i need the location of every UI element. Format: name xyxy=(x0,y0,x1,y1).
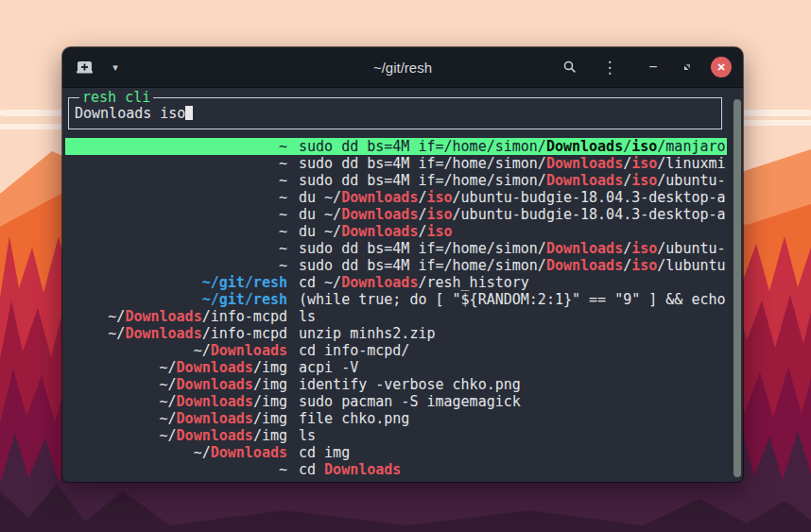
search-query-text: Downloads iso xyxy=(75,105,185,122)
row-command: sudo dd bs=4M if=/home/simon/Downloads/i… xyxy=(287,138,727,155)
row-command: du ~/Downloads/iso xyxy=(287,223,727,240)
new-tab-button[interactable] xyxy=(74,55,96,79)
row-cwd: ~ xyxy=(65,257,287,274)
row-command: sudo dd bs=4M if=/home/simon/Downloads/i… xyxy=(287,155,727,172)
row-cwd: ~/git/resh xyxy=(65,291,287,308)
row-command: cd Downloads xyxy=(287,461,727,478)
row-cwd: ~ xyxy=(65,172,287,189)
chevron-down-icon: ▾ xyxy=(112,61,118,74)
row-cwd: ~/Downloads/img xyxy=(65,393,287,410)
row-command: ls xyxy=(287,308,727,325)
history-row[interactable]: ~/git/resh(while true; do [ "${RANDOM:2:… xyxy=(65,291,727,308)
history-row[interactable]: ~sudo dd bs=4M if=/home/simon/Downloads/… xyxy=(65,257,727,274)
row-cwd: ~/Downloads/img xyxy=(65,376,287,393)
row-command: sudo dd bs=4M if=/home/simon/Downloads/i… xyxy=(287,172,727,189)
history-row[interactable]: ~sudo dd bs=4M if=/home/simon/Downloads/… xyxy=(65,172,727,189)
row-command: cd img xyxy=(287,444,727,461)
row-cwd: ~/Downloads/img xyxy=(65,359,287,376)
row-command: acpi -V xyxy=(287,359,727,376)
history-list: ~sudo dd bs=4M if=/home/simon/Downloads/… xyxy=(65,138,727,478)
history-row[interactable]: ~/Downloads/info-mcpdls xyxy=(65,308,727,325)
row-cwd: ~/Downloads/img xyxy=(65,427,287,444)
history-row[interactable]: ~/Downloads/info-mcpdunzip minhs2.zip xyxy=(65,325,727,342)
row-cwd: ~/Downloads xyxy=(65,342,287,359)
row-command: sudo dd bs=4M if=/home/simon/Downloads/i… xyxy=(287,257,727,274)
row-command: cd ~/Downloads/resh_history xyxy=(287,274,727,291)
terminal-window: ▾ ~/git/resh ⋮ − xyxy=(62,47,743,482)
history-row[interactable]: ~du ~/Downloads/iso xyxy=(65,223,727,240)
row-cwd: ~ xyxy=(65,461,287,478)
row-cwd: ~ xyxy=(65,206,287,223)
row-cwd: ~/Downloads xyxy=(65,444,287,461)
scrollbar[interactable] xyxy=(733,99,741,487)
row-command: sudo pacman -S imagemagick xyxy=(287,393,727,410)
history-row[interactable]: ~/Downloads/imgls xyxy=(65,427,727,444)
history-row-selected[interactable]: ~sudo dd bs=4M if=/home/simon/Downloads/… xyxy=(65,138,727,155)
minimize-icon: − xyxy=(648,59,657,76)
close-icon: ✕ xyxy=(716,57,725,77)
history-row[interactable]: ~du ~/Downloads/iso/ubuntu-budgie-18.04.… xyxy=(65,206,727,223)
row-cwd: ~/Downloads/info-mcpd xyxy=(65,308,287,325)
history-row[interactable]: ~/Downloadscd img xyxy=(65,444,727,461)
history-row[interactable]: ~cd Downloads xyxy=(65,461,727,478)
row-cwd: ~ xyxy=(65,138,287,155)
row-command: du ~/Downloads/iso/ubuntu-budgie-18.04.3… xyxy=(287,206,727,223)
row-cwd: ~ xyxy=(65,155,287,172)
text-cursor xyxy=(185,106,193,120)
row-command: file chko.png xyxy=(287,410,727,427)
new-tab-icon xyxy=(76,60,95,75)
row-command: (while true; do [ "${RANDOM:2:1}" == "9"… xyxy=(287,291,727,308)
tab-dropdown-button[interactable]: ▾ xyxy=(104,55,127,79)
row-cwd: ~/Downloads/img xyxy=(65,410,287,427)
restore-button[interactable] xyxy=(676,55,699,79)
menu-button[interactable]: ⋮ xyxy=(598,55,621,79)
row-command: sudo dd bs=4M if=/home/simon/Downloads/i… xyxy=(287,240,727,257)
row-command: identify -verbose chko.png xyxy=(287,376,727,393)
search-button[interactable] xyxy=(559,55,581,79)
history-row[interactable]: ~du ~/Downloads/iso/ubuntu-budgie-18.04.… xyxy=(65,189,727,206)
row-cwd: ~/Downloads/info-mcpd xyxy=(65,325,287,342)
search-panel-title: resh cli xyxy=(79,89,153,107)
history-row[interactable]: ~sudo dd bs=4M if=/home/simon/Downloads/… xyxy=(65,155,727,172)
history-row[interactable]: ~/Downloads/imgfile chko.png xyxy=(65,410,727,427)
row-command: cd info-mcpd/ xyxy=(287,342,727,359)
kebab-menu-icon: ⋮ xyxy=(602,58,618,77)
scrollbar-thumb[interactable] xyxy=(733,99,741,477)
row-cwd: ~ xyxy=(65,189,287,206)
row-cwd: ~ xyxy=(65,223,287,240)
search-input[interactable]: Downloads iso xyxy=(69,98,721,122)
minimize-button[interactable]: − xyxy=(642,55,664,79)
history-row[interactable]: ~/git/reshcd ~/Downloads/resh_history xyxy=(65,274,727,291)
history-row[interactable]: ~/Downloadscd info-mcpd/ xyxy=(65,342,727,359)
search-icon xyxy=(562,60,578,75)
resh-search-panel[interactable]: resh cli Downloads iso xyxy=(68,97,722,129)
history-row[interactable]: ~/Downloads/imgsudo pacman -S imagemagic… xyxy=(65,393,727,410)
row-cwd: ~/git/resh xyxy=(65,274,287,291)
titlebar[interactable]: ▾ ~/git/resh ⋮ − xyxy=(62,47,743,88)
row-cwd: ~ xyxy=(65,240,287,257)
close-button[interactable]: ✕ xyxy=(711,57,732,77)
history-row[interactable]: ~/Downloads/imgacpi -V xyxy=(65,359,727,376)
history-row[interactable]: ~/Downloads/imgidentify -verbose chko.pn… xyxy=(65,376,727,393)
row-command: unzip minhs2.zip xyxy=(287,325,727,342)
history-row[interactable]: ~sudo dd bs=4M if=/home/simon/Downloads/… xyxy=(65,240,727,257)
row-command: ls xyxy=(287,427,727,444)
terminal-content: resh cli Downloads iso ~sudo dd bs=4M if… xyxy=(62,97,743,490)
row-command: du ~/Downloads/iso/ubuntu-budgie-18.04.3… xyxy=(287,189,727,206)
restore-icon xyxy=(682,61,693,73)
